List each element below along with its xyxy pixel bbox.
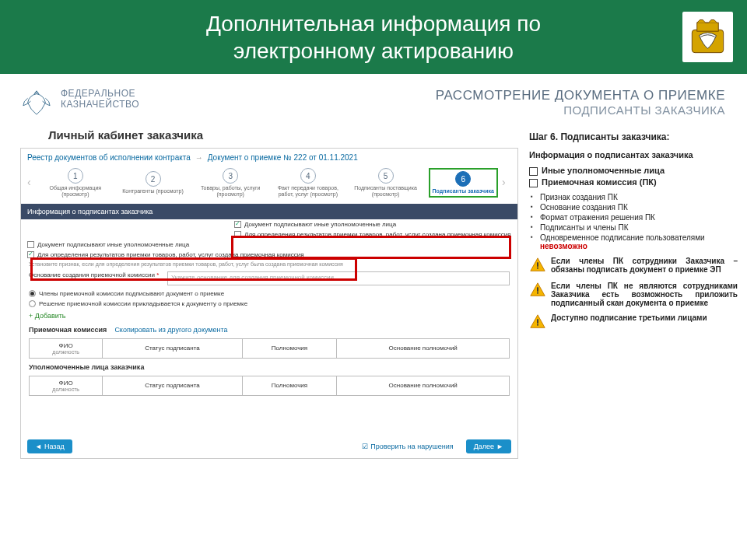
highlight-box-1 xyxy=(231,236,511,259)
svg-rect-6 xyxy=(537,319,538,324)
agency-line1: ФЕДЕРАЛЬНОЕ xyxy=(61,88,139,99)
agency-line2: КАЗНАЧЕЙСТВО xyxy=(61,99,139,110)
dash-item: Признак создания ПК xyxy=(529,193,738,201)
slide-title: Дополнительная информация поэлектронному… xyxy=(206,10,541,65)
dash-item: Формат отражения решения ПК xyxy=(529,213,738,222)
city-emblem xyxy=(682,12,733,62)
radio-sign[interactable] xyxy=(29,290,36,297)
page-title: РАССМОТРЕНИЕ ДОКУМЕНТА О ПРИЕМКЕ xyxy=(436,88,725,103)
svg-rect-3 xyxy=(537,268,538,269)
copy-link[interactable]: Скопировать из другого документа xyxy=(114,326,227,334)
commission-table: ФИОдолжность Статус подписанта Полномочи… xyxy=(29,338,510,359)
stepper: ‹ 1Общая информация (просмотр) 2Контраге… xyxy=(27,166,511,198)
dash-item: Основание создания ПК xyxy=(529,203,738,212)
step-2[interactable]: 2Контрагенты (просмотр) xyxy=(114,170,192,194)
svg-rect-4 xyxy=(537,287,538,292)
next-button[interactable]: Далее ► xyxy=(466,439,511,453)
page-subtitle: ПОДПИСАНТЫ ЗАКАЗЧИКА xyxy=(436,103,725,117)
auth-persons-table: ФИОдолжность Статус подписанта Полномочи… xyxy=(29,376,510,396)
add-button[interactable]: + Добавить xyxy=(21,309,517,323)
right-panel: Шаг 6. Подписанты заказчика: Информация … xyxy=(529,128,738,459)
step-subheading: Информация о подписантах заказчика xyxy=(529,150,738,159)
step-1[interactable]: 1Общая информация (просмотр) xyxy=(37,166,114,197)
radio-attach[interactable] xyxy=(29,300,36,307)
dash-item: Одновременное подписание пользователями … xyxy=(529,233,738,250)
treasury-eagle-icon xyxy=(22,88,51,119)
slide-header: Дополнительная информация поэлектронному… xyxy=(0,0,747,74)
commission-title: Приемочная комиссия xyxy=(29,326,107,334)
warning-icon xyxy=(529,282,546,307)
prev-arrow-icon[interactable]: ‹ xyxy=(27,176,37,188)
next-arrow-icon[interactable]: › xyxy=(502,176,511,188)
checkbox-auth-persons[interactable] xyxy=(234,221,241,228)
sq-item: Приемочная комиссия (ПК) xyxy=(529,177,738,187)
step-3[interactable]: 3Товары, работы, услуги (просмотр) xyxy=(191,166,269,197)
step-4[interactable]: 4Факт передачи товаров, работ, услуг (пр… xyxy=(269,166,347,197)
svg-rect-7 xyxy=(537,324,538,326)
auth-persons-title: Уполномоченные лица заказчика xyxy=(29,363,144,371)
check-button[interactable]: ☑ Проверить на нарушения xyxy=(354,439,461,453)
lk-title: Личный кабинет заказчика xyxy=(48,128,518,142)
sq-item: Иные уполномоченные лица xyxy=(529,166,738,175)
step-heading: Шаг 6. Подписанты заказчика: xyxy=(529,131,738,142)
warning-icon xyxy=(529,257,546,275)
svg-rect-1 xyxy=(697,23,719,31)
app-screenshot: Реестр документов об исполнении контракт… xyxy=(20,148,518,459)
step-6[interactable]: 6Подписанты заказчика xyxy=(424,166,502,198)
checkbox-auth-persons-2[interactable] xyxy=(27,241,34,248)
svg-rect-2 xyxy=(537,262,538,267)
page-head: ФЕДЕРАЛЬНОЕ КАЗНАЧЕЙСТВО РАССМОТРЕНИЕ ДО… xyxy=(0,74,747,127)
back-button[interactable]: ◄ Назад xyxy=(27,439,72,453)
warning-icon xyxy=(529,313,546,332)
breadcrumb[interactable]: Реестр документов об исполнении контракт… xyxy=(27,153,511,162)
step-5[interactable]: 5Подписанты поставщика (просмотр) xyxy=(347,166,425,197)
highlight-box-2 xyxy=(30,257,357,281)
svg-rect-5 xyxy=(537,292,538,294)
dash-item: Подписанты и члены ПК xyxy=(529,223,738,232)
section-bar: Информация о подписантах заказчика xyxy=(21,204,517,219)
